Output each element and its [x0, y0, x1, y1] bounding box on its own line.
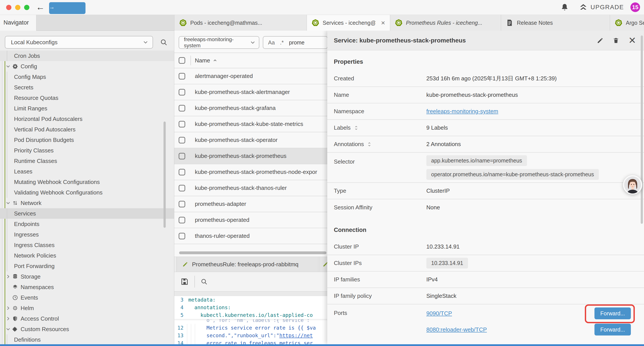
table-row-kube-prometheus-stack-operator[interactable]: kube-prometheus-stack-operator: [174, 132, 328, 148]
chevron-right-icon[interactable]: [6, 316, 10, 321]
edit-resource-icon[interactable]: [597, 37, 604, 44]
row-checkbox[interactable]: [179, 185, 185, 191]
code-link[interactable]: https://net: [279, 333, 312, 338]
list-search-input[interactable]: Aa .* prome: [263, 36, 328, 49]
sidebar-item-leases[interactable]: Leases: [0, 166, 174, 177]
sidebar-item-resource-quotas[interactable]: Resource Quotas: [0, 93, 174, 103]
sidebar-item-mutating-webhook-configurations[interactable]: Mutating Webhook Configurations: [0, 177, 174, 187]
row-checkbox[interactable]: [179, 89, 185, 95]
row-checkbox[interactable]: [179, 153, 185, 159]
row-checkbox[interactable]: [179, 201, 185, 207]
sidebar-item-network-policies[interactable]: Network Policies: [0, 250, 174, 261]
forward-button[interactable]: Forward...: [594, 308, 631, 319]
maximize-window-button[interactable]: [24, 5, 29, 10]
sidebar-item-secrets[interactable]: Secrets: [0, 82, 174, 93]
row-checkbox[interactable]: [179, 121, 185, 127]
sort-icon[interactable]: [367, 142, 372, 147]
sidebar-item-config-maps[interactable]: Config Maps: [0, 72, 174, 82]
namespace-select[interactable]: freeleaps-monitoring-system: [179, 36, 259, 49]
sidebar-item-limit-ranges[interactable]: Limit Ranges: [0, 103, 174, 114]
sidebar-item-services[interactable]: Services: [0, 208, 174, 219]
tab-pods-icecheng-mathmas[interactable]: Pods - icecheng@mathmas...: [174, 15, 307, 31]
sidebar-group-access-control[interactable]: Access Control: [0, 313, 174, 324]
column-header-name[interactable]: Name: [195, 57, 218, 64]
sidebar-group-namespaces[interactable]: Namespaces: [0, 282, 174, 292]
sidebar-scrollbar[interactable]: [164, 122, 166, 228]
sidebar-group-storage[interactable]: Storage: [0, 271, 174, 282]
tab-prometheus-rules-icecheng[interactable]: Prometheus Rules - icecheng...: [390, 15, 501, 31]
sidebar-item-runtime-classes[interactable]: Runtime Classes: [0, 156, 174, 166]
sort-icon[interactable]: [354, 125, 358, 130]
table-row-kube-prometheus-stack-thanos-ruler[interactable]: kube-prometheus-stack-thanos-ruler: [174, 180, 328, 196]
select-all-checkbox[interactable]: [179, 57, 185, 64]
table-row-kube-prometheus-stack-prometheus-node-expor[interactable]: kube-prometheus-stack-prometheus-node-ex…: [174, 164, 328, 180]
upgrade-button[interactable]: UPGRADE: [579, 3, 624, 11]
sidebar-item-cron-jobs[interactable]: Cron Jobs: [0, 50, 174, 61]
sidebar-group-custom-resources[interactable]: Custom Resources: [0, 324, 174, 335]
sidebar-item-priority-classes[interactable]: Priority Classes: [0, 145, 174, 156]
table-row-prometheus-adapter[interactable]: prometheus-adapter: [174, 196, 328, 212]
table-row-prometheus-operated[interactable]: prometheus-operated: [174, 212, 328, 228]
port-link[interactable]: 8080:reloader-web/TCP: [426, 326, 487, 333]
sidebar-item-ingresses[interactable]: Ingresses: [0, 229, 174, 240]
detail-scrollbar[interactable]: [641, 35, 643, 224]
horizontal-scrollbar[interactable]: [179, 251, 326, 254]
sidebar-group-network[interactable]: Network: [0, 198, 174, 208]
row-checkbox[interactable]: [179, 105, 185, 111]
sidebar-item-ingress-classes[interactable]: Ingress Classes: [0, 240, 174, 250]
chevron-down-icon[interactable]: [6, 64, 10, 69]
yaml-editor[interactable]: 3metadata:4 annotations:5 kubectl.kubern…: [174, 296, 328, 344]
row-checkbox[interactable]: [179, 217, 185, 223]
row-checkbox[interactable]: [179, 137, 185, 143]
case-sensitive-toggle[interactable]: Aa: [268, 39, 275, 46]
sidebar-item-validating-webhook-configurations[interactable]: Validating Webhook Configurations: [0, 187, 174, 198]
sidebar-item-endpoints[interactable]: Endpoints: [0, 219, 174, 229]
close-panel-icon[interactable]: ✕: [628, 37, 636, 44]
sidebar-group-events[interactable]: Events: [0, 292, 174, 303]
tab-argo-se[interactable]: Argo Se: [610, 15, 644, 31]
assistant-avatar[interactable]: [623, 175, 642, 194]
sidebar-group-helm[interactable]: Helm: [0, 303, 174, 313]
chevron-down-icon[interactable]: [6, 327, 10, 332]
port-link[interactable]: 9090/TCP: [426, 310, 452, 317]
close-window-button[interactable]: [6, 5, 12, 10]
delete-resource-icon[interactable]: [613, 37, 619, 44]
editor-search-icon[interactable]: [200, 278, 208, 285]
chevron-down-icon[interactable]: [6, 201, 10, 205]
tab-release-notes[interactable]: Release Notes: [501, 15, 610, 31]
chevron-right-icon[interactable]: [6, 274, 10, 279]
notification-count-badge[interactable]: 15: [630, 2, 640, 12]
minimize-window-button[interactable]: [15, 5, 20, 10]
sidebar-item-vertical-pod-autoscalers[interactable]: Vertical Pod Autoscalers: [0, 124, 174, 135]
forward-button[interactable]: →: [49, 2, 86, 14]
sidebar-item-definitions[interactable]: Definitions: [0, 335, 174, 344]
table-row-kube-prometheus-stack-prometheus[interactable]: kube-prometheus-stack-prometheus: [174, 148, 328, 164]
sidebar-search-icon[interactable]: [160, 38, 168, 46]
navigator-panel-tab[interactable]: Navigator: [0, 15, 36, 31]
editor-tab-prometheusrule[interactable]: PrometheusRule: freeleaps-prod-rabbitmq: [176, 257, 318, 272]
regex-toggle[interactable]: .*: [280, 39, 284, 46]
table-row-kube-prometheus-stack-grafana[interactable]: kube-prometheus-stack-grafana: [174, 100, 328, 116]
sidebar-item-horizontal-pod-autoscalers[interactable]: Horizontal Pod Autoscalers: [0, 114, 174, 124]
forward-button[interactable]: Forward...: [594, 324, 631, 336]
row-checkbox[interactable]: [179, 73, 185, 79]
table-row-kube-prometheus-stack-alertmanager[interactable]: kube-prometheus-stack-alertmanager: [174, 84, 328, 100]
namespace-link[interactable]: freeleaps-monitoring-system: [426, 108, 498, 115]
sidebar-item-port-forwarding[interactable]: Port Forwarding: [0, 261, 174, 271]
tab-close-icon[interactable]: ×: [379, 19, 385, 27]
row-checkbox[interactable]: [179, 169, 185, 175]
row-checkbox[interactable]: [179, 233, 185, 239]
table-row-alertmanager-operated[interactable]: alertmanager-operated: [174, 68, 328, 84]
notifications-bell-icon[interactable]: [561, 3, 568, 11]
editor-tab-partial[interactable]: [319, 257, 328, 272]
table-row-thanos-ruler-operated[interactable]: thanos-ruler-operated: [174, 228, 328, 244]
sidebar-group-config[interactable]: Config: [0, 61, 174, 72]
kubeconfig-select[interactable]: Local Kubeconfigs: [5, 36, 153, 49]
sidebar-item-pod-disruption-budgets[interactable]: Pod Disruption Budgets: [0, 135, 174, 145]
table-row-kube-prometheus-stack-kube-state-metrics[interactable]: kube-prometheus-stack-kube-state-metrics: [174, 116, 328, 132]
tab-services-icecheng-math[interactable]: Services - icecheng@math...×: [307, 15, 390, 31]
save-icon[interactable]: [180, 278, 189, 286]
sidebar-item-label: Resource Quotas: [14, 95, 58, 101]
chevron-right-icon[interactable]: [6, 306, 10, 311]
back-button[interactable]: ←: [36, 2, 45, 12]
